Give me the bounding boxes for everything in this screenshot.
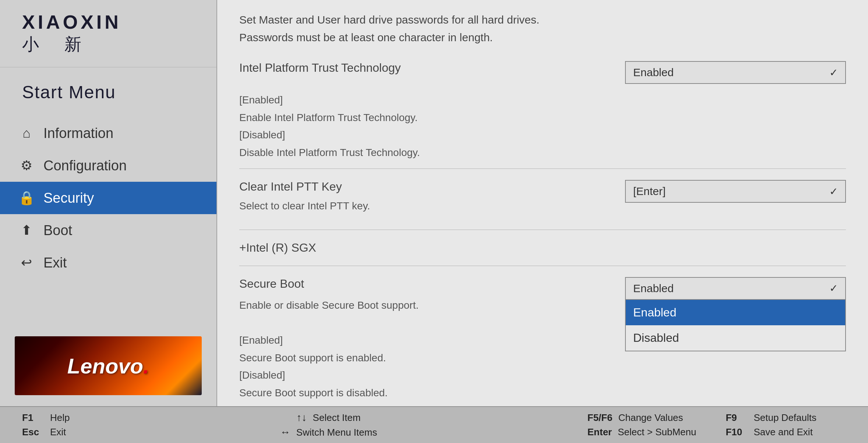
- sidebar-item-information-label: Information: [43, 125, 113, 141]
- chevron-down-icon-2: ✓: [829, 185, 838, 198]
- top-description: Set Master and User hard drive passwords…: [239, 11, 846, 46]
- footer-right-group: F5/F6 Change Values Enter Select > SubMe…: [588, 412, 696, 438]
- lenovo-logo-text: Lenovo.: [67, 354, 149, 378]
- secure-boot-help: Enable or disable Secure Boot support. […: [239, 297, 625, 402]
- start-menu-title: Start Menu: [0, 67, 216, 117]
- intel-sgx-label[interactable]: +Intel (R) SGX: [239, 237, 846, 258]
- intel-ptt-control[interactable]: Enabled ✓: [625, 61, 846, 84]
- clear-ptt-control[interactable]: [Enter] ✓: [625, 180, 846, 203]
- sidebar-item-configuration[interactable]: ⚙ Configuration: [0, 149, 216, 182]
- footer-f10-key: F10: [726, 426, 748, 438]
- chevron-down-icon-3: ✓: [829, 282, 838, 294]
- sidebar: XIAOXIN 小 新 Start Menu ⌂ Information ⚙ C…: [0, 0, 217, 406]
- intel-ptt-label: Intel Platform Trust Technology: [239, 61, 625, 75]
- sidebar-item-boot[interactable]: ⬆ Boot: [0, 214, 216, 247]
- footer-select-item: ↑↓ Select Item: [297, 412, 361, 423]
- intel-ptt-dropdown[interactable]: Enabled ✓: [625, 61, 846, 84]
- footer-f9-key: F9: [726, 412, 748, 423]
- lenovo-logo: Lenovo.: [15, 336, 202, 395]
- logo-text-top: XIAOXIN: [22, 11, 202, 33]
- secure-boot-value: Enabled: [633, 282, 674, 295]
- footer-enter-desc: Select > SubMenu: [618, 426, 696, 438]
- footer-f1-key: F1: [22, 412, 44, 423]
- footer-esc-desc: Exit: [50, 426, 66, 438]
- footer-f10-desc: Save and Exit: [754, 426, 812, 438]
- footer-switch-menu: ↔ Switch Menu Items: [280, 426, 377, 438]
- footer-left-group: F1 Help Esc Exit: [22, 412, 70, 438]
- intel-ptt-help: [Enabled] Enable Intel Platform Trust Te…: [239, 91, 846, 161]
- footer-enter: Enter Select > SubMenu: [588, 426, 696, 438]
- sidebar-item-security[interactable]: 🔒 Security: [0, 182, 216, 214]
- divider-2: [239, 230, 846, 230]
- sidebar-item-information[interactable]: ⌂ Information: [0, 117, 216, 149]
- intel-ptt-row: Intel Platform Trust Technology Enabled …: [239, 57, 846, 88]
- lock-icon: 🔒: [18, 190, 35, 206]
- footer-esc: Esc Exit: [22, 426, 70, 438]
- home-icon: ⌂: [18, 125, 35, 141]
- sidebar-item-exit-label: Exit: [43, 255, 67, 271]
- footer-select-item-desc: Select Item: [313, 412, 361, 423]
- main-content: Set Master and User hard drive passwords…: [217, 0, 868, 406]
- gear-icon: ⚙: [18, 157, 35, 174]
- footer-center-group: ↑↓ Select Item ↔ Switch Menu Items: [99, 412, 558, 438]
- clear-ptt-label: Clear Intel PTT Key: [239, 180, 625, 194]
- clear-ptt-value: [Enter]: [633, 185, 666, 198]
- secure-boot-dropdown[interactable]: Enabled ✓: [625, 277, 846, 300]
- footer-f1-desc: Help: [50, 412, 70, 423]
- nav-items: ⌂ Information ⚙ Configuration 🔒 Security…: [0, 117, 216, 329]
- sidebar-item-boot-label: Boot: [43, 223, 72, 238]
- secure-boot-label: Secure Boot: [239, 277, 625, 291]
- upload-icon: ⬆: [18, 222, 35, 238]
- divider-1: [239, 169, 846, 169]
- secure-boot-dropdown-list: Enabled Disabled: [625, 300, 846, 351]
- footer-f9: F9 Setup Defaults: [726, 412, 816, 423]
- footer-esc-key: Esc: [22, 426, 44, 438]
- intel-ptt-value: Enabled: [633, 66, 674, 79]
- chevron-down-icon: ✓: [829, 67, 838, 79]
- clear-ptt-dropdown[interactable]: [Enter] ✓: [625, 180, 846, 203]
- footer: F1 Help Esc Exit ↑↓ Select Item ↔ Switch…: [0, 406, 868, 443]
- footer-f5f6-desc: Change Values: [618, 412, 683, 423]
- secure-boot-option-enabled[interactable]: Enabled: [626, 300, 845, 325]
- sidebar-item-exit[interactable]: ↩ Exit: [0, 247, 216, 279]
- logo-text-chinese: 小 新: [22, 33, 202, 56]
- secure-boot-control[interactable]: Enabled ✓ Enabled Disabled: [625, 277, 846, 300]
- exit-icon: ↩: [18, 255, 35, 271]
- footer-far-right-group: F9 Setup Defaults F10 Save and Exit: [726, 412, 816, 438]
- arrow-updown-icon: ↑↓: [297, 412, 307, 423]
- footer-f5f6-key: F5/F6: [588, 412, 613, 423]
- footer-f5f6: F5/F6 Change Values: [588, 412, 696, 423]
- logo-area: XIAOXIN 小 新: [0, 0, 216, 67]
- arrow-leftright-icon: ↔: [280, 426, 290, 438]
- secure-boot-option-disabled[interactable]: Disabled: [626, 325, 845, 351]
- footer-f1: F1 Help: [22, 412, 70, 423]
- divider-3: [239, 266, 846, 266]
- footer-f10: F10 Save and Exit: [726, 426, 816, 438]
- clear-ptt-row: Clear Intel PTT Key Select to clear Inte…: [239, 176, 846, 222]
- footer-enter-key: Enter: [588, 426, 612, 438]
- sidebar-item-security-label: Security: [43, 190, 94, 206]
- footer-f9-desc: Setup Defaults: [754, 412, 816, 423]
- footer-switch-menu-desc: Switch Menu Items: [296, 427, 377, 438]
- clear-ptt-help: Select to clear Intel PTT key.: [239, 197, 625, 215]
- secure-boot-row: Secure Boot Enable or disable Secure Boo…: [239, 273, 846, 406]
- sidebar-item-configuration-label: Configuration: [43, 158, 127, 174]
